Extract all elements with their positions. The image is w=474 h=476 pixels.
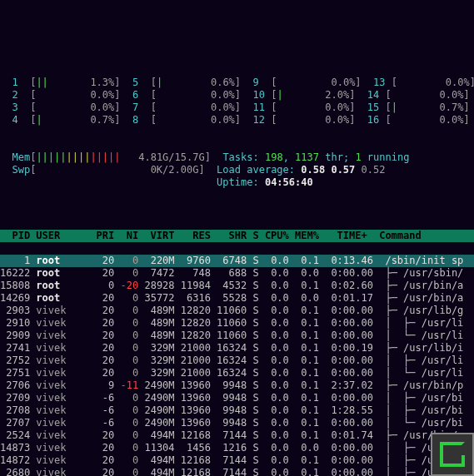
process-row[interactable]: 2524 vivek 20 0 494M 12168 7144 S 0.0 0.… xyxy=(0,429,474,442)
cpu-meter-row: 1 [|| 1.3%] 5 [| 0.6%] 9 [ 0.0%] 13 [ 0.… xyxy=(0,77,474,89)
process-row[interactable]: 2903 vivek 20 0 489M 12820 11060 S 0.0 0… xyxy=(0,305,474,317)
process-row[interactable]: 2707 vivek -6 0 2490M 13960 9948 S 0.0 0… xyxy=(0,417,474,429)
process-row[interactable]: 15808 root 0 -20 28928 11984 4532 S 0.0 … xyxy=(0,280,474,292)
process-row[interactable]: 2706 vivek 9 -11 2490M 13960 9948 S 0.0 … xyxy=(0,379,474,392)
process-row[interactable]: 2909 vivek 20 0 489M 12820 11060 S 0.0 0… xyxy=(0,330,474,342)
cpu-meter-row: 3 [ 0.0%] 7 [ 0.0%] 11 [ 0.0%] 15 [| 0.7… xyxy=(0,102,474,114)
process-row[interactable]: 2752 vivek 20 0 329M 21000 16324 S 0.0 0… xyxy=(0,355,474,367)
process-row[interactable]: 2741 vivek 20 0 329M 21000 16324 S 0.0 0… xyxy=(0,342,474,355)
process-row[interactable]: 14872 vivek 20 0 494M 12168 7144 S 0.0 0… xyxy=(0,454,474,467)
process-row[interactable]: 2680 vivek 20 0 494M 12168 7144 S 0.0 0.… xyxy=(0,467,474,476)
process-row[interactable]: 2709 vivek -6 0 2490M 13960 9948 S 0.0 0… xyxy=(0,392,474,404)
process-row[interactable]: 2910 vivek 20 0 489M 12820 11060 S 0.0 0… xyxy=(0,317,474,330)
swp-meter: Swp[ 0K/2.00G] Load average: 0.58 0.57 0… xyxy=(0,164,474,176)
cpu-meter-row: 2 [ 0.0%] 6 [ 0.0%] 10 [| 2.0%] 14 [ 0.0… xyxy=(0,89,474,102)
process-row[interactable]: 1 root 20 0 220M 9760 6748 S 0.0 0.1 0:1… xyxy=(0,255,474,267)
app-logo-icon xyxy=(431,433,474,476)
process-row[interactable]: 16222 root 20 0 7472 748 688 S 0.0 0.0 0… xyxy=(0,267,474,280)
process-row[interactable]: 2708 vivek -6 0 2490M 13960 9948 S 0.0 0… xyxy=(0,404,474,417)
meters-area: 1 [|| 1.3%] 5 [| 0.6%] 9 [ 0.0%] 13 [ 0.… xyxy=(0,50,474,205)
process-list-header[interactable]: PID USER PRI NI VIRT RES SHR S CPU% MEM%… xyxy=(0,230,474,242)
mem-meter: Mem[|||||||||||||| 4.81G/15.7G] Tasks: 1… xyxy=(0,151,474,164)
process-row[interactable]: 14873 vivek 20 0 11304 1456 1216 S 0.0 0… xyxy=(0,442,474,454)
uptime-line: Uptime: 04:56:40 xyxy=(0,176,474,189)
process-row[interactable]: 2751 vivek 20 0 329M 21000 16324 S 0.0 0… xyxy=(0,367,474,379)
cpu-meter-row: 4 [| 0.7%] 8 [ 0.0%] 12 [ 0.0%] 16 [ 0.0… xyxy=(0,114,474,126)
process-row[interactable]: 14269 root 20 0 35772 6316 5528 S 0.0 0.… xyxy=(0,292,474,305)
process-list[interactable]: 1 root 20 0 220M 9760 6748 S 0.0 0.1 0:1… xyxy=(0,255,474,476)
